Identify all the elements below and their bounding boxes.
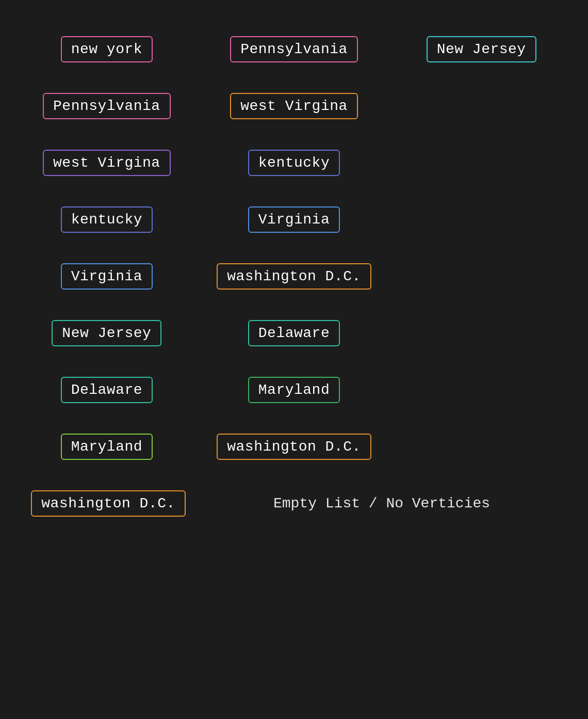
table-row: New JerseyDelaware xyxy=(21,310,567,356)
key-tag: Pennsylvania xyxy=(43,93,171,119)
value-tag: Virginia xyxy=(248,206,340,233)
key-column: new york xyxy=(21,36,193,62)
value-column: Maryland xyxy=(193,377,396,403)
value-tag: washington D.C. xyxy=(217,434,371,460)
value-column: kentucky xyxy=(193,150,396,176)
empty-list-label: Empty List / No Verticies xyxy=(273,496,490,512)
key-column: Delaware xyxy=(21,377,193,403)
key-column: New Jersey xyxy=(21,320,193,346)
value-tag: west Virgina xyxy=(230,93,358,119)
value-column: washington D.C. xyxy=(193,434,396,460)
key-tag: Virginia xyxy=(61,263,153,290)
table-row: Pennsylvaniawest Virgina xyxy=(21,83,567,129)
table-row: Virginiawashington D.C. xyxy=(21,253,567,299)
key-tag: west Virgina xyxy=(43,150,171,176)
page-container: new yorkPennsylvaniaNew JerseyPennsylvan… xyxy=(0,0,588,719)
value-column: Pennsylvania xyxy=(193,36,396,62)
value-column: Delaware xyxy=(193,320,396,346)
key-column: Virginia xyxy=(21,263,193,290)
key-column: west Virgina xyxy=(21,150,193,176)
table-row: DelawareMaryland xyxy=(21,366,567,413)
header-row xyxy=(0,0,588,26)
bottom-key-tag: washington D.C. xyxy=(31,490,186,517)
value-column: west Virgina xyxy=(193,93,396,119)
value-column: washington D.C. xyxy=(193,263,396,290)
key-tag: New Jersey xyxy=(52,320,161,346)
table-row: west Virginakentucky xyxy=(21,139,567,186)
bottom-value-column: Empty List / No Verticies xyxy=(196,496,567,512)
key-tag: Delaware xyxy=(61,377,153,403)
table-row: kentuckyVirginia xyxy=(21,196,567,243)
key-tag: new york xyxy=(61,36,153,62)
value2-column: New Jersey xyxy=(395,36,567,62)
value-tag: Maryland xyxy=(248,377,340,403)
bottom-row: washington D.C.Empty List / No Verticies xyxy=(0,480,588,526)
key-column: kentucky xyxy=(21,206,193,233)
value-tag: Pennsylvania xyxy=(230,36,358,62)
value-column: Virginia xyxy=(193,206,396,233)
value2-tag: New Jersey xyxy=(427,36,536,62)
key-tag: kentucky xyxy=(61,206,153,233)
bottom-key-column: washington D.C. xyxy=(21,490,196,517)
table-row: new yorkPennsylvaniaNew Jersey xyxy=(21,26,567,72)
key-tag: Maryland xyxy=(61,434,153,460)
value-tag: Delaware xyxy=(248,320,340,346)
key-column: Maryland xyxy=(21,434,193,460)
value-tag: kentucky xyxy=(248,150,340,176)
grid-area: new yorkPennsylvaniaNew JerseyPennsylvan… xyxy=(0,26,588,470)
value-tag: washington D.C. xyxy=(217,263,371,290)
table-row: Marylandwashington D.C. xyxy=(21,423,567,470)
key-column: Pennsylvania xyxy=(21,93,193,119)
